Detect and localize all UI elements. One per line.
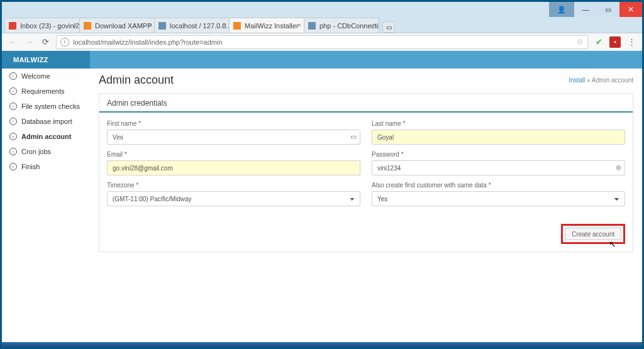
reload-icon[interactable]: ⟳ bbox=[40, 36, 51, 48]
tab-inbox[interactable]: Inbox (23) - govini28@g× bbox=[4, 18, 80, 33]
breadcrumb-current: Admin account bbox=[592, 77, 633, 84]
url-text: localhost/mailwizz/install/index.php?rou… bbox=[73, 38, 223, 46]
tab-phpmyadmin[interactable]: localhost / 127.0.0.1 | ph× bbox=[154, 18, 230, 33]
email-input[interactable] bbox=[107, 160, 360, 175]
panel-heading: Admin credentials bbox=[99, 94, 633, 113]
tab-label: php - CDbConnection fa bbox=[319, 22, 379, 30]
password-input[interactable] bbox=[372, 160, 625, 175]
sidebar-item-label: Admin account bbox=[21, 133, 71, 140]
browser-toolbar: ← → ⟳ i localhost/mailwizz/install/index… bbox=[2, 33, 642, 51]
sidebar-item-label: Requirements bbox=[21, 87, 64, 95]
tab-close-icon[interactable]: × bbox=[223, 22, 226, 29]
last-name-input[interactable] bbox=[372, 130, 625, 145]
page-title: Admin account bbox=[99, 74, 174, 87]
timezone-label: Timezone * bbox=[107, 182, 360, 189]
sidebar-item-finish[interactable]: ›Finish bbox=[2, 159, 90, 174]
password-label: Password * bbox=[372, 151, 625, 158]
sidebar-item-database[interactable]: ›Database import bbox=[2, 114, 90, 129]
chevron-right-icon: › bbox=[9, 133, 17, 140]
sidebar-item-admin-account[interactable]: ›Admin account bbox=[2, 129, 90, 144]
bookmark-star-icon[interactable]: ☆ bbox=[576, 37, 584, 47]
sidebar-item-requirements[interactable]: ›Requirements bbox=[2, 84, 90, 99]
site-info-icon[interactable]: i bbox=[60, 38, 69, 47]
breadcrumb: Install » Admin account bbox=[569, 77, 633, 84]
tab-stackoverflow[interactable]: php - CDbConnection fa× bbox=[304, 18, 379, 33]
window-title-bar: 👤 — ▭ ✕ bbox=[2, 2, 642, 17]
also-create-select[interactable]: Yes bbox=[372, 191, 625, 206]
tab-xampp[interactable]: Download XAMPP× bbox=[79, 18, 155, 33]
extension-green-icon[interactable]: ✔ bbox=[593, 36, 604, 48]
windows-taskbar[interactable] bbox=[2, 342, 642, 347]
email-label: Email * bbox=[107, 151, 360, 158]
chevron-right-icon: › bbox=[9, 148, 17, 155]
chevron-right-icon: › bbox=[9, 87, 17, 95]
tab-label: Download XAMPP bbox=[95, 22, 152, 30]
new-tab-button[interactable]: ▭ bbox=[382, 21, 395, 33]
key-icon[interactable]: ⊛ bbox=[616, 163, 621, 172]
mouse-cursor-icon: ↖ bbox=[609, 239, 616, 249]
sidebar-item-label: Welcome bbox=[21, 72, 50, 80]
back-icon[interactable]: ← bbox=[7, 36, 18, 48]
sidebar-item-filesystem[interactable]: ›File system checks bbox=[2, 99, 90, 114]
tab-mailwizz[interactable]: MailWizz Installer× bbox=[229, 18, 304, 33]
sidebar-item-label: Finish bbox=[21, 163, 40, 170]
create-account-button[interactable]: Create account bbox=[565, 228, 621, 240]
extension-red-icon[interactable]: ▪ bbox=[609, 36, 621, 48]
main-content: Admin account Install » Admin account Ad… bbox=[90, 51, 642, 342]
first-name-input[interactable] bbox=[107, 130, 360, 145]
tab-label: localhost / 127.0.0.1 | ph bbox=[170, 22, 230, 30]
close-button[interactable]: ✕ bbox=[619, 2, 642, 17]
admin-credentials-panel: Admin credentials First name * ▭ Last na… bbox=[99, 93, 633, 252]
chevron-right-icon: › bbox=[9, 118, 17, 125]
user-icon[interactable]: 👤 bbox=[549, 2, 574, 17]
contact-card-icon[interactable]: ▭ bbox=[350, 133, 357, 141]
tab-close-icon[interactable]: × bbox=[73, 22, 77, 29]
sidebar-item-cron[interactable]: ›Cron jobs bbox=[2, 144, 90, 159]
minimize-button[interactable]: — bbox=[574, 2, 597, 17]
chevron-right-icon: › bbox=[9, 102, 17, 110]
sidebar: MAILWIZZ ›Welcome ›Requirements ›File sy… bbox=[2, 51, 90, 342]
address-bar[interactable]: i localhost/mailwizz/install/index.php?r… bbox=[56, 35, 588, 49]
tab-close-icon[interactable]: × bbox=[297, 22, 301, 29]
tab-label: MailWizz Installer bbox=[245, 22, 299, 30]
tab-label: Inbox (23) - govini28@g bbox=[20, 22, 80, 30]
header-strip bbox=[90, 51, 642, 69]
menu-icon[interactable]: ⋮ bbox=[626, 36, 637, 48]
sidebar-item-label: Cron jobs bbox=[21, 148, 51, 155]
brand-logo: MAILWIZZ bbox=[2, 51, 90, 69]
browser-tabstrip: Inbox (23) - govini28@g× Download XAMPP×… bbox=[2, 17, 642, 33]
sidebar-item-label: Database import bbox=[21, 118, 72, 125]
tab-close-icon[interactable]: × bbox=[372, 22, 376, 29]
chevron-right-icon: › bbox=[9, 163, 17, 170]
tab-close-icon[interactable]: × bbox=[148, 22, 152, 29]
last-name-label: Last name * bbox=[372, 120, 625, 127]
sidebar-item-label: File system checks bbox=[21, 102, 80, 110]
breadcrumb-install-link[interactable]: Install bbox=[569, 77, 585, 84]
forward-icon[interactable]: → bbox=[23, 36, 35, 48]
first-name-label: First name * bbox=[107, 120, 360, 127]
maximize-button[interactable]: ▭ bbox=[597, 2, 619, 17]
chevron-right-icon: › bbox=[9, 72, 17, 80]
sidebar-item-welcome[interactable]: ›Welcome bbox=[2, 69, 90, 84]
app-frame: MAILWIZZ ›Welcome ›Requirements ›File sy… bbox=[2, 51, 642, 342]
page-header: Admin account Install » Admin account bbox=[99, 74, 633, 87]
timezone-select[interactable]: (GMT-11:00) Pacific/Midway bbox=[107, 191, 360, 206]
also-create-label: Also create first customer with same dat… bbox=[372, 182, 625, 189]
